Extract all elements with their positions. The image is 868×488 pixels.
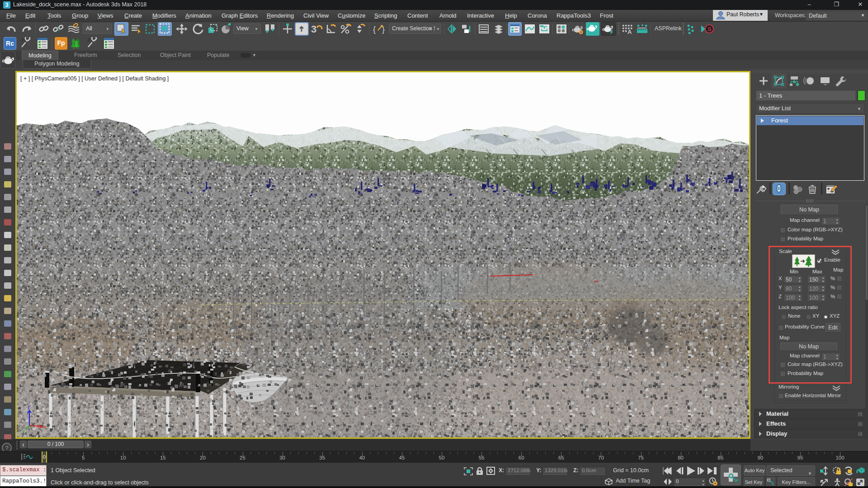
svg-text:x: x	[44, 424, 46, 429]
svg-text:3: 3	[311, 23, 316, 35]
svg-text:y: y	[22, 429, 24, 434]
svg-text:S: S	[708, 26, 712, 33]
svg-text:z: z	[28, 404, 30, 409]
svg-text:{: {	[373, 25, 376, 34]
svg-text:[ + ] [ PhysCamera005 ] [ User: [ + ] [ PhysCamera005 ] [ User Defined ]…	[20, 75, 169, 82]
svg-text:A: A	[627, 28, 632, 35]
